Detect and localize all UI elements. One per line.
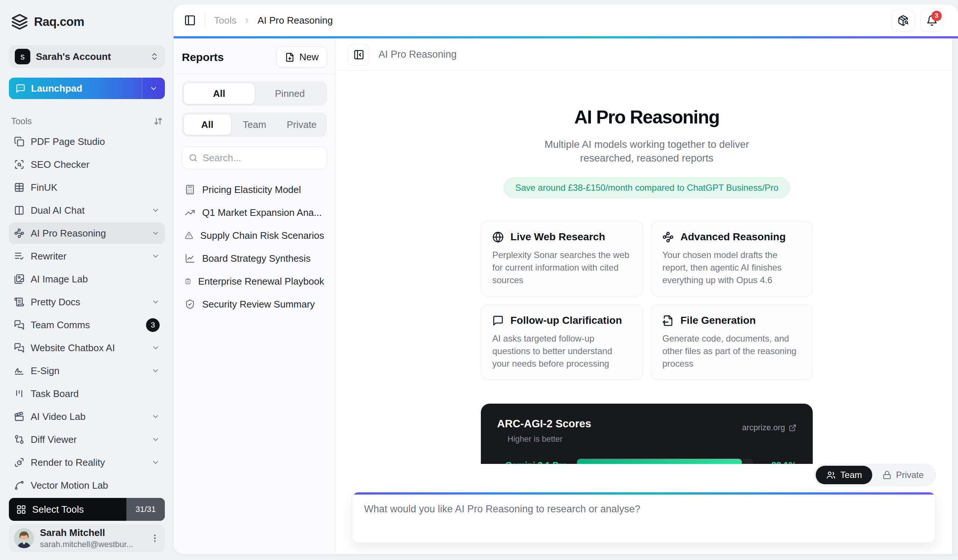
account-avatar: s [15,49,30,64]
sidebar-item-render-to-reality[interactable]: Render to Reality [9,452,165,473]
scrollbar-gutter[interactable] [952,38,958,554]
sidebar-item-diff-viewer[interactable]: Diff Viewer [9,429,165,450]
report-item-supply-chain-risk[interactable]: Supply Chain Risk Scenarios [182,224,327,247]
chart-source-link[interactable]: arcprize.org [742,423,796,433]
messages-icon [14,343,24,353]
sidebar-item-label: Vector Motion Lab [31,480,108,491]
new-report-label: New [300,51,319,63]
feature-title: Live Web Research [511,231,605,243]
sidebar-item-team-comms[interactable]: Team Comms 3 [9,314,165,336]
chart-title: ARC-AGI-2 Scores [497,418,592,430]
search-input[interactable] [203,152,320,164]
toggle-private[interactable]: Private [872,466,934,484]
report-label: Board Strategy Synthesis [202,253,311,264]
collapse-panel-button[interactable] [348,44,370,65]
notification-badge: 3 [931,11,942,21]
reports-title: Reports [182,51,224,63]
launchpad-main[interactable]: Launchpad [9,78,142,99]
sidebar-item-dual-ai-chat[interactable]: Dual AI Chat [9,200,165,221]
select-tools-count: 31/31 [126,498,165,521]
report-label: Enterprise Renewal Playbook [198,276,324,287]
sidebar-item-vector-motion-lab[interactable]: Vector Motion Lab [9,474,165,496]
file-plus-icon [285,52,295,62]
sort-arrows-icon[interactable] [154,117,163,126]
spline-icon [14,480,24,490]
sidebar-item-ai-pro-reasoning[interactable]: AI Pro Reasoning [9,222,165,244]
chevron-down-icon [152,298,160,306]
sidebar-item-ai-video-lab[interactable]: AI Video Lab [9,406,165,427]
launchpad-dropdown[interactable] [142,78,165,99]
launchpad-button[interactable]: Launchpad [9,78,165,99]
tab-all[interactable]: All [184,83,255,104]
brand-name: Raq.com [34,15,84,29]
sidebar-item-seo-checker[interactable]: SEO Checker [9,154,165,175]
breadcrumb-current: AI Pro Reasoning [258,15,333,26]
tab-private[interactable]: Private [278,114,325,135]
select-tools-button[interactable]: Select Tools 31/31 [9,498,165,521]
new-report-button[interactable]: New [276,47,327,68]
sidebar-item-e-sign[interactable]: E-Sign [9,360,165,381]
report-item-board-strategy[interactable]: Board Strategy Synthesis [182,247,327,270]
reports-panel: Reports New All Pinned All Team Private [174,38,336,554]
feature-title: File Generation [680,314,756,327]
sidebar-item-finuk[interactable]: FinUK [9,177,165,198]
prompt-composer[interactable] [352,492,936,543]
report-label: Q1 Market Expansion Ana... [202,207,322,219]
chart-subtitle: Higher is better [508,434,592,444]
breadcrumb-tools[interactable]: Tools [214,15,236,26]
select-tools-main[interactable]: Select Tools [9,498,126,521]
tool-header-title: AI Pro Reasoning [379,49,457,60]
search-field[interactable] [182,146,327,169]
chevron-down-icon [152,458,160,466]
feature-description: Perplexity Sonar searches the web for cu… [492,249,631,287]
chevron-down-icon [152,435,160,444]
list-check-icon [14,251,24,261]
arc-agi-scores-chart: ARC-AGI-2 Scores Higher is better arcpri… [481,404,813,464]
clipboard-check-icon [185,276,191,287]
grid-icon [16,504,26,514]
report-item-pricing-elasticity[interactable]: Pricing Elasticity Model [182,178,327,201]
report-item-security-review[interactable]: Security Review Summary [182,293,327,316]
tool-header: AI Pro Reasoning [336,38,958,71]
sidebar-item-task-board[interactable]: Task Board [9,383,165,405]
sidebar-item-rewriter[interactable]: Rewriter [9,246,165,267]
user-texts: Sarah Mitchell sarah.mitchell@westbur... [40,527,133,549]
toggle-team-label: Team [841,470,862,480]
sidebar-item-pdf-page-studio[interactable]: PDF Page Studio [9,131,165,152]
table-icon [14,182,24,193]
divider [205,13,205,27]
sidebar-toggle-button[interactable] [184,14,196,26]
chevron-down-icon [152,252,160,260]
report-label: Supply Chain Risk Scenarios [200,230,324,241]
search-icon [189,153,197,163]
feature-title: Advanced Reasoning [680,231,786,243]
tab-all-scope[interactable]: All [184,114,231,135]
chart-source-label: arcprize.org [742,423,785,433]
brand-logo: Raq.com [11,13,165,30]
tab-team[interactable]: Team [231,114,278,135]
sidebar-item-ai-image-lab[interactable]: AI Image Lab [9,268,165,290]
savings-badge: Save around £38-£150/month compared to C… [504,178,790,198]
hero-subtitle-line1: Multiple AI models working together to d… [544,139,749,150]
camera-rotate-icon [14,457,24,468]
account-switcher[interactable]: s Sarah's Account [9,45,165,68]
bar-fill [577,459,742,464]
tab-pinned[interactable]: Pinned [255,83,326,104]
tools-header-label: Tools [11,116,32,127]
toggle-team[interactable]: Team [816,466,872,484]
prompt-input[interactable] [352,492,936,543]
report-label: Security Review Summary [202,299,315,310]
report-item-q1-market-expansion[interactable]: Q1 Market Expansion Ana... [182,201,327,224]
sidebar-item-pretty-docs[interactable]: Pretty Docs [9,291,165,313]
bar-track [577,459,753,464]
notifications-button[interactable]: 3 [920,9,943,32]
kebab-menu-icon[interactable] [150,533,160,543]
package-search-button[interactable] [891,9,914,32]
sidebar-item-website-chatbox-ai[interactable]: Website Chatbox AI [9,337,165,359]
sidebar-item-label: SEO Checker [31,159,89,170]
sidebar-item-label: Task Board [31,388,79,400]
sidebar-item-label: FinUK [31,182,57,194]
report-item-enterprise-renewal[interactable]: Enterprise Renewal Playbook [182,270,327,293]
user-profile-card[interactable]: Sarah Mitchell sarah.mitchell@westbur... [9,525,165,552]
sidebar-item-label: E-Sign [31,365,60,377]
